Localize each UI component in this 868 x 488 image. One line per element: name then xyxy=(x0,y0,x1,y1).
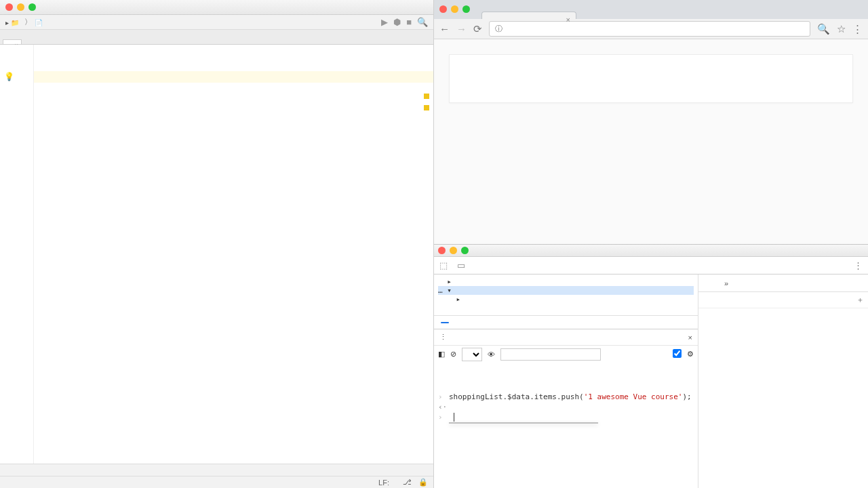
editor-tab[interactable]: × xyxy=(3,39,22,44)
line-gutter xyxy=(0,45,34,464)
autocomplete-popup[interactable] xyxy=(449,422,598,424)
sidebar-icon[interactable]: ◧ xyxy=(438,350,445,359)
console-filter[interactable] xyxy=(500,348,601,361)
info-icon[interactable] xyxy=(495,24,502,34)
ide-titlebar xyxy=(0,0,433,15)
console-input-history: shoppingList.$data.items.push('1 awesome… xyxy=(449,392,694,401)
more-icon[interactable]: » xyxy=(724,279,728,287)
line-ending: LF: xyxy=(378,479,389,487)
app-card xyxy=(449,54,853,103)
browser-viewport xyxy=(434,39,868,244)
lock-icon: 🔒 xyxy=(418,478,428,487)
window-controls[interactable] xyxy=(439,5,470,13)
ide-window: 〉 ▶ ⬢ ■ 🔍 × 💡 LF: ⎇ 🔒 xyxy=(0,0,434,488)
console-toolbar: ◧ ⊘ 👁 ⚙ xyxy=(434,345,698,363)
inspect-icon[interactable]: ⬚ xyxy=(439,260,448,270)
elements-breadcrumb xyxy=(434,315,698,329)
search-icon[interactable]: 🔍 xyxy=(417,17,428,27)
gear-icon[interactable]: ⚙ xyxy=(687,350,694,359)
warning-marker xyxy=(424,105,429,110)
style-rule[interactable] xyxy=(698,308,868,317)
browser-window: × ← → ⟳ 🔍 ☆ ⋮ xyxy=(434,0,868,244)
run-icon[interactable]: ▶ xyxy=(381,17,388,27)
add-rule-icon[interactable]: ＋ xyxy=(856,295,864,305)
console-output[interactable]: ›shoppingList.$data.items.push('1 awesom… xyxy=(434,363,698,488)
group-similar[interactable] xyxy=(673,349,682,359)
device-icon[interactable]: ▭ xyxy=(457,260,465,270)
devtools-titlebar xyxy=(434,245,868,257)
debug-icon[interactable]: ⬢ xyxy=(393,17,401,27)
drawer-menu-icon[interactable]: ⋮ xyxy=(439,333,447,342)
elements-panel[interactable]: ▸ … ▾ ▸ xyxy=(434,274,698,315)
code-editor[interactable]: 💡 xyxy=(0,45,433,464)
clear-icon[interactable]: ⊘ xyxy=(450,350,456,359)
close-icon[interactable]: × xyxy=(688,333,692,342)
eye-icon[interactable]: 👁 xyxy=(488,350,495,359)
ide-breadcrumb-bar: 〉 ▶ ⬢ ■ 🔍 xyxy=(0,15,433,30)
lightbulb-icon[interactable]: 💡 xyxy=(4,71,14,83)
code-area[interactable]: 💡 xyxy=(34,45,433,464)
browser-tab-bar: × xyxy=(434,0,868,19)
ide-status-bar: LF: ⎇ 🔒 xyxy=(0,476,433,488)
devtools-tabs: ⬚ ▭ ⋮ xyxy=(434,257,868,274)
styles-sidebar: » ＋ xyxy=(698,274,868,488)
stop-icon[interactable]: ■ xyxy=(406,17,412,27)
zoom-icon[interactable]: 🔍 xyxy=(817,23,830,35)
ide-tabs: × xyxy=(0,30,433,45)
forward-button[interactable]: → xyxy=(456,23,467,35)
window-controls[interactable] xyxy=(5,3,36,11)
git-icon[interactable]: ⎇ xyxy=(403,478,412,487)
window-controls[interactable] xyxy=(438,247,469,254)
line-highlight xyxy=(34,71,433,83)
close-icon[interactable]: × xyxy=(566,16,570,24)
ide-bottom-breadcrumb xyxy=(0,464,433,476)
reload-button[interactable]: ⟳ xyxy=(473,23,482,35)
warning-marker xyxy=(424,94,429,99)
file-icon xyxy=(35,18,43,26)
back-button[interactable]: ← xyxy=(439,23,450,35)
devtools-window: ⬚ ▭ ⋮ ▸ … ▾ ▸ ⋮ × xyxy=(434,244,868,488)
browser-toolbar: ← → ⟳ 🔍 ☆ ⋮ xyxy=(434,19,868,39)
menu-icon[interactable]: ⋮ xyxy=(854,260,863,270)
styles-filter[interactable] xyxy=(703,296,840,304)
context-select[interactable] xyxy=(462,348,482,361)
console-input[interactable] xyxy=(449,413,694,422)
star-icon[interactable]: ☆ xyxy=(837,23,846,35)
folder-icon xyxy=(5,18,19,26)
crumb-body[interactable] xyxy=(441,322,449,323)
address-bar[interactable] xyxy=(489,21,810,37)
chevron-right-icon: 〉 xyxy=(24,17,32,27)
menu-icon[interactable]: ⋮ xyxy=(852,23,863,35)
browser-tab[interactable]: × xyxy=(481,12,576,19)
drawer-tabs: ⋮ × xyxy=(434,329,698,345)
